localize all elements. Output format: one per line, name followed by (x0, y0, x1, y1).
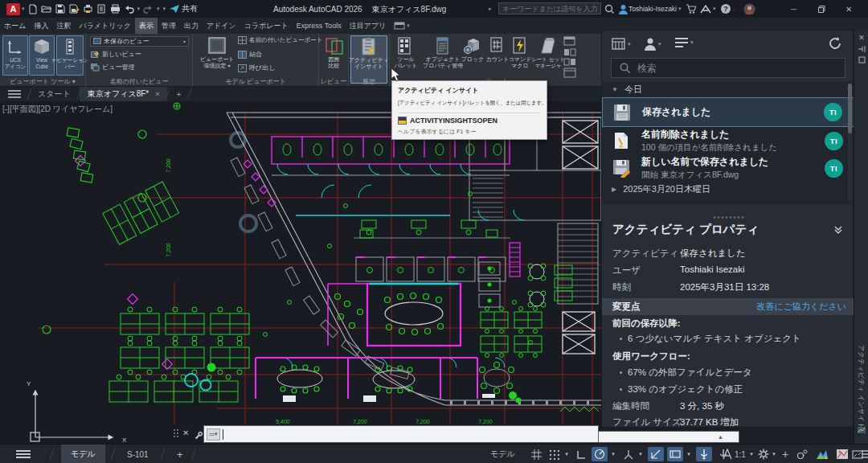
named-viewports-button[interactable]: 名前の付いたビューポート (238, 36, 322, 44)
splitter-handle[interactable] (713, 207, 745, 210)
panel-label-model-viewports[interactable]: モデル ビューポート (193, 77, 318, 86)
panel-label-named-views[interactable]: 名前の付いたビュー (86, 77, 192, 86)
tab-collaborate[interactable]: コラボレート (240, 18, 293, 34)
palette-search[interactable] (611, 58, 845, 78)
print-icon[interactable] (108, 2, 122, 15)
navigation-bar-button[interactable]: ナビゲーションバー (56, 35, 84, 76)
open-folder-icon[interactable] (40, 2, 54, 15)
command-close-icon[interactable]: ✕ (182, 428, 189, 437)
hardware-acceleration-icon[interactable] (833, 447, 851, 461)
palette-search-input[interactable] (637, 63, 822, 74)
cart-icon[interactable] (686, 0, 696, 18)
customization-menu-icon[interactable] (860, 447, 868, 461)
count-palette-button[interactable]: カウント (486, 35, 509, 84)
save-as-icon[interactable] (68, 2, 81, 15)
activity-item-purged[interactable]: 名前削除されました100 個の項目が名前削除されました TI (602, 127, 854, 154)
plot-icon[interactable] (81, 2, 95, 15)
palette-view-icon[interactable]: ▾ (612, 37, 633, 51)
new-view-button[interactable]: 新しいビュー (91, 50, 141, 59)
palette-extra-icons[interactable] (563, 35, 579, 84)
ortho-icon[interactable] (574, 447, 588, 461)
tab-output[interactable]: 出力 (180, 18, 203, 34)
collapse-chevron-icon[interactable] (833, 223, 843, 238)
palette-user-filter-icon[interactable]: ▾ (644, 37, 663, 51)
activity-insight-button[interactable]: アクティビティインサイト (350, 35, 387, 84)
panel-label-review[interactable]: レビュー (319, 77, 348, 86)
isolate-objects-icon[interactable] (794, 447, 810, 461)
palette-autohide-icon[interactable] (854, 45, 868, 55)
sheet-set-manager-button[interactable]: シート セットマネージャ (533, 35, 563, 84)
close-button[interactable]: ✕ (845, 0, 868, 18)
view-combo[interactable]: 未保存のビュー▾ (90, 36, 189, 47)
view-cube-button[interactable]: ViewCube (29, 35, 55, 76)
share-label[interactable]: 共有 (182, 3, 198, 14)
snap-icon[interactable] (547, 447, 561, 461)
snap-dropdown-icon[interactable]: ▾ (563, 447, 571, 461)
logo-dropdown-icon[interactable]: ▾ (22, 6, 25, 12)
redo-icon[interactable] (141, 2, 155, 15)
selection-cycling-icon[interactable] (696, 447, 712, 461)
activity-item-saveas[interactable]: 新しい名前で保存されました開始 東京オフィス8F.dwg TI (602, 154, 854, 182)
new-layout-button[interactable]: + (167, 445, 193, 463)
command-grip[interactable] (173, 428, 179, 440)
palette-close-icon[interactable]: ✕ (854, 34, 868, 42)
drawing-canvas[interactable]: [-][平面図][2D ワイヤフレーム] (0, 101, 601, 444)
command-line[interactable]: ✕ ▭▾ ▲ (173, 425, 743, 444)
share-icon[interactable] (167, 2, 181, 15)
command-history-toggle-icon[interactable]: ▲ (718, 434, 723, 440)
qat-dropdown-icon[interactable]: ▾ (163, 6, 166, 12)
autocad-logo-icon[interactable]: A (6, 3, 20, 15)
file-tab-doc[interactable]: 東京オフィス8F*× (80, 87, 168, 101)
tab-addins[interactable]: アドイン (203, 18, 240, 34)
viewport-config-button[interactable]: ビューポート環境設定 ▾ (196, 35, 238, 84)
mode-label[interactable]: モデル (490, 447, 515, 461)
tab-parametric[interactable]: パラメトリック (75, 18, 134, 34)
file-tab-close-icon[interactable]: × (155, 90, 159, 98)
layout-tab[interactable]: S-101 (117, 445, 158, 463)
palette-properties-icon[interactable] (854, 56, 868, 65)
tab-view[interactable]: 表示 (135, 18, 158, 34)
palette-refresh-icon[interactable] (829, 37, 842, 51)
tab-insert[interactable]: 挿入 (30, 18, 52, 34)
activity-item-saved[interactable]: 保存されました TI (602, 97, 854, 127)
redo-dropdown-icon[interactable]: ▾ (157, 6, 160, 12)
model-tab[interactable]: モデル (61, 445, 105, 463)
properties-palette-button[interactable]: オブジェクトプロパティ管理 (421, 35, 465, 84)
command-macros-button[interactable]: コマンドマクロ (507, 35, 533, 84)
tab-annotate[interactable]: 注釈 (52, 18, 75, 34)
object-snap-tracking-icon[interactable] (648, 447, 664, 461)
viewport-controls[interactable]: [-][平面図][2D ワイヤフレーム] (2, 104, 113, 115)
section-date[interactable]: ▶2025年3月20日木曜日 (602, 182, 854, 197)
tab-home[interactable]: ホーム (0, 18, 30, 34)
isoplane-icon[interactable] (620, 447, 635, 461)
gear-dropdown-icon[interactable]: ▾ (770, 447, 778, 461)
view-manager-button[interactable]: ビュー管理 (91, 63, 134, 72)
save-icon[interactable] (54, 2, 68, 15)
user-name[interactable]: Toshiaki-Isezaki▾ (628, 0, 683, 18)
feedback-link[interactable]: 改善にご協力ください (756, 301, 846, 313)
annotation-scale[interactable]: 1:1 (735, 447, 746, 461)
polar-tracking-icon[interactable] (592, 447, 608, 461)
tab-featured-apps[interactable]: 注目アプリ (346, 18, 391, 34)
search-icon[interactable] (604, 0, 615, 18)
minimize-button[interactable]: ─ (791, 0, 815, 18)
join-viewports-button[interactable]: 結合 (238, 50, 262, 59)
drawing-compare-button[interactable]: 図面比較 (321, 35, 347, 84)
command-suggest-icon[interactable]: ▭▾ (207, 428, 220, 440)
plus-icon[interactable]: + (778, 447, 792, 461)
avatar[interactable] (743, 0, 755, 18)
undo-icon[interactable] (122, 2, 136, 15)
search-collapse-icon[interactable]: ▸ (489, 0, 492, 18)
file-tab-start[interactable]: スタート (30, 87, 79, 101)
grid-icon[interactable] (529, 447, 543, 461)
palette-list-filter-icon[interactable]: ▾ (674, 37, 695, 48)
global-search-input[interactable] (498, 2, 601, 14)
help-icon[interactable]: ?· (720, 0, 736, 18)
section-today[interactable]: ▼今日 (602, 82, 854, 97)
ribbon-display-toggle[interactable]: ▾ (390, 18, 416, 34)
new-file-icon[interactable] (27, 2, 40, 15)
restore-button[interactable] (818, 0, 842, 18)
tab-express-tools[interactable]: Express Tools (293, 18, 346, 34)
scale-dropdown-icon[interactable]: ▾ (747, 447, 755, 461)
restore-viewports-button[interactable]: 呼び出し (238, 64, 275, 72)
